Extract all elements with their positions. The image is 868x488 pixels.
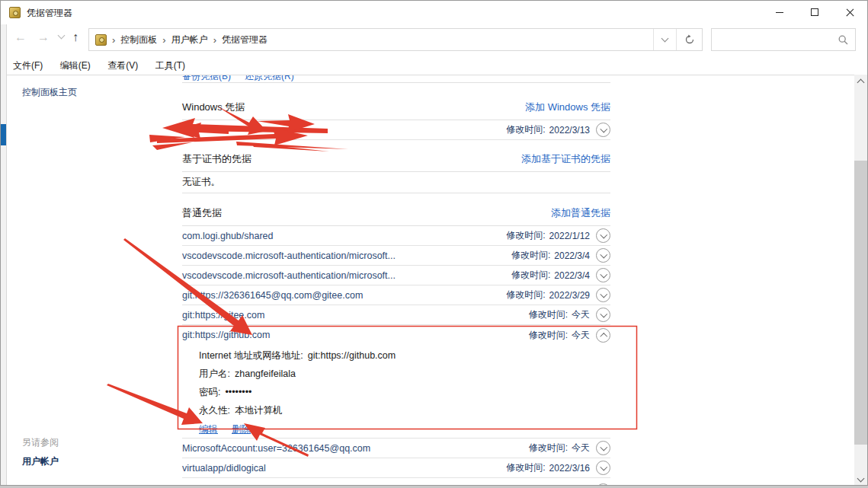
left-edge-strip [1,24,7,486]
back-button[interactable]: ← [14,31,27,43]
menu-tools[interactable]: 工具(T) [155,59,185,72]
credential-row-expanded[interactable]: git:https://github.com 修改时间: 今天 [182,325,610,345]
detail-address: Internet 地址或网络地址:git:https://github.com [199,346,610,365]
forward-button[interactable]: → [37,31,50,43]
search-icon [838,35,848,45]
credential-details: Internet 地址或网络地址:git:https://github.com … [182,345,610,439]
certificate-credentials-header: 基于证书的凭据 添加基于证书的凭据 [182,140,610,172]
refresh-icon [684,34,695,45]
up-button[interactable]: ↑ [72,31,78,43]
sidebar-control-panel-home[interactable]: 控制面板主页 [22,86,77,99]
modified-value: 2022/3/13 [549,125,590,136]
breadcrumb-separator: › [213,34,216,46]
breadcrumb: › 控制面板 › 用户帐户 › 凭据管理器 [89,29,653,50]
close-button[interactable] [832,1,867,24]
credential-name-link[interactable]: git:https://gitee.com [182,310,264,321]
username-value: zhangfeifeilala [235,368,296,379]
credential-name-link[interactable]: com.logi.ghub/shared [182,231,274,241]
breadcrumb-user-accounts[interactable]: 用户帐户 [171,33,208,46]
address-location-icon [95,34,107,46]
credential-manager-window: 凭据管理器 ← → ↑ › 控制面板 › 用户帐户 › 凭据管理器 [0,0,868,486]
backup-credentials-link[interactable]: 备份凭据(B) [182,75,231,83]
credentials-panel: 备份凭据(B) 还原凭据(R) Windows 凭据 添加 Windows 凭据… [182,75,610,486]
chevron-up-icon[interactable] [596,328,610,343]
credential-row[interactable]: git:https://326361645@qq.com@gitee.com 修… [182,285,610,305]
address-dropdown-button[interactable] [653,29,676,50]
restore-credentials-link[interactable]: 还原凭据(R) [245,75,294,83]
chevron-down-icon[interactable] [596,123,610,137]
refresh-button[interactable] [676,29,702,50]
minimize-icon [776,12,783,13]
section-title: 基于证书的凭据 [182,152,251,166]
credential-manager-icon [9,7,21,18]
menu-bar: 文件(F) 编辑(E) 查看(V) 工具(T) [1,54,867,75]
chevron-down-icon[interactable] [596,288,610,302]
credential-row[interactable]: vscodevscode.microsoft-authentication/mi… [182,266,610,285]
maximize-button[interactable] [797,1,832,24]
scroll-up-arrow[interactable] [854,75,867,88]
sidebar: 控制面板主页 另请参阅 用户帐户 [1,75,182,486]
chevron-down-icon[interactable] [596,483,610,486]
recent-pages-chevron-icon[interactable] [59,35,64,38]
credential-row[interactable]: MicrosoftAccount:user=326361645@qq.com 修… [182,439,610,458]
generic-credentials-header: 普通凭据 添加普通凭据 [182,193,610,226]
breadcrumb-credential-manager[interactable]: 凭据管理器 [222,33,267,46]
add-generic-credential-link[interactable]: 添加普通凭据 [551,206,610,220]
credential-row-partial[interactable] [182,478,610,486]
chevron-down-icon[interactable] [596,228,610,243]
content-area: 控制面板主页 另请参阅 用户帐户 备份凭据(B) 还原凭据(R) Windows… [1,75,868,486]
title-bar: 凭据管理器 [1,1,867,24]
scroll-down-arrow[interactable] [854,473,867,486]
detail-persistence: 永久性:本地计算机 [199,401,610,419]
edit-credential-link[interactable]: 编辑 [199,424,218,435]
chevron-down-icon[interactable] [596,441,610,455]
credential-name-link[interactable]: git:https://github.com [182,330,270,340]
navigation-toolbar: ← → ↑ › 控制面板 › 用户帐户 › 凭据管理器 [1,24,867,54]
credential-name-link[interactable]: vscodevscode.microsoft-authentication/mi… [182,250,396,261]
credential-row[interactable]: com.logi.ghub/shared 修改时间: 2022/1/12 [182,226,610,246]
modified-label: 修改时间: [506,123,545,136]
no-certificates-text: 无证书。 [182,176,220,189]
search-box[interactable] [711,28,856,51]
left-edge-blue-marker [1,124,6,145]
credential-name-link[interactable]: MicrosoftAccount:user=326361645@qq.com [182,443,370,454]
breadcrumb-separator: › [162,34,165,46]
section-title: 普通凭据 [182,206,222,220]
delete-credential-link[interactable]: 删除 [232,424,251,435]
address-value: git:https://github.com [308,350,396,361]
menu-edit[interactable]: 编辑(E) [60,59,91,72]
credential-row[interactable]: git:https://gitee.com 修改时间: 今天 [182,305,610,325]
add-windows-credential-link[interactable]: 添加 Windows 凭据 [525,100,610,114]
menu-view[interactable]: 查看(V) [107,59,138,72]
minimize-button[interactable] [762,1,797,24]
add-certificate-credential-link[interactable]: 添加基于证书的凭据 [521,152,610,166]
detail-username: 用户名:zhangfeifeilala [199,365,610,383]
vertical-scrollbar[interactable] [854,75,867,486]
credential-row[interactable]: virtualapp/didlogical 修改时间: 2022/3/16 [182,458,610,478]
credential-name-link[interactable]: git:https://326361645@qq.com@gitee.com [182,290,363,301]
window-title: 凭据管理器 [27,7,72,20]
maximize-icon [811,8,818,16]
section-title: Windows 凭据 [182,100,245,114]
chevron-down-icon[interactable] [596,461,610,475]
detail-password: 密码:•••••••• [199,383,610,401]
breadcrumb-control-panel[interactable]: 控制面板 [120,33,157,46]
chevron-down-icon[interactable] [596,308,610,322]
search-input[interactable] [716,32,831,47]
windows-credential-row[interactable]: 修改时间: 2022/3/13 [182,120,610,140]
persistence-value: 本地计算机 [235,405,283,416]
menu-file[interactable]: 文件(F) [13,59,43,72]
credential-name-link[interactable]: virtualapp/didlogical [182,463,266,474]
credential-row[interactable]: vscodevscode.microsoft-authentication/mi… [182,246,610,266]
scrollbar-thumb[interactable] [854,161,867,445]
password-value: •••••••• [225,387,251,397]
breadcrumb-separator: › [112,34,115,46]
sidebar-user-accounts-link[interactable]: 用户帐户 [22,455,59,468]
chevron-down-icon[interactable] [596,268,610,282]
credential-name-link[interactable]: vscodevscode.microsoft-authentication/mi… [182,270,396,281]
chevron-down-icon[interactable] [596,248,610,263]
address-bar[interactable]: › 控制面板 › 用户帐户 › 凭据管理器 [88,28,703,51]
sidebar-see-also-label: 另请参阅 [22,436,59,449]
windows-credentials-header: Windows 凭据 添加 Windows 凭据 [182,83,610,120]
vault-actions-row: 备份凭据(B) 还原凭据(R) [182,75,610,83]
